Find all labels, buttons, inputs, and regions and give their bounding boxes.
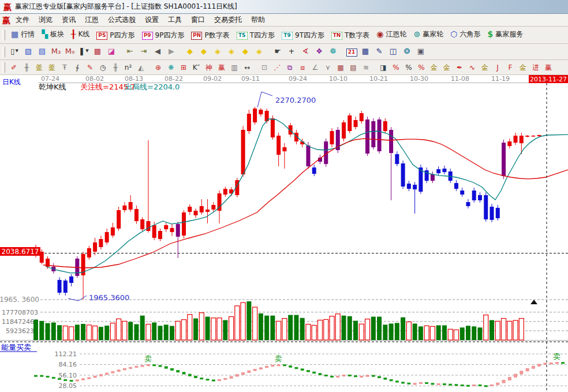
brush-tool[interactable]: ✐ — [8, 62, 20, 73]
single-candle-dropdown[interactable]: ❚▼ — [77, 45, 91, 58]
kline-chart[interactable]: 07-2408-0208-1308-2209-0209-1109-2410-10… — [0, 75, 568, 392]
menu-0[interactable]: 文件 — [11, 14, 34, 25]
percent-tool[interactable]: % — [402, 62, 415, 73]
f-lines-tool[interactable]: Ŧ — [58, 62, 71, 73]
span-arrows-tool[interactable]: ↔ — [241, 62, 253, 73]
gann-lines-tool[interactable]: ╫ — [20, 62, 33, 73]
gann-frame-icon[interactable]: ▩ — [91, 45, 104, 58]
zoom-right-button[interactable]: ◆ — [197, 45, 211, 58]
menu-1[interactable]: 浏览 — [34, 14, 57, 25]
j-angle-tool[interactable]: J — [491, 62, 504, 73]
gold-gate-tool-2[interactable]: 釜 — [46, 62, 58, 73]
grid-target-tool[interactable]: ⊞ — [177, 62, 190, 73]
zigzag-tool[interactable]: ⋎ — [322, 62, 334, 73]
winner-wheel-button[interactable]: ⊚赢家轮 — [410, 28, 447, 40]
angle-lines-tool[interactable]: ∠ — [309, 62, 322, 73]
zoom-left-button[interactable]: ◆ — [183, 45, 197, 58]
menu-9[interactable]: 帮助 — [246, 14, 270, 25]
toolbar-grip[interactable] — [2, 62, 5, 73]
crosshair-target-tool[interactable]: ⊕ — [152, 62, 165, 73]
kline-3-icon[interactable]: M₃ — [49, 45, 63, 58]
ruler-tool[interactable]: ▥ — [228, 62, 241, 73]
t9-square-button[interactable]: T99T四方形 — [278, 29, 328, 42]
gold-line-tool-2[interactable]: 金 — [479, 62, 491, 73]
gold-gate-tool-1[interactable]: 釜 — [33, 62, 46, 73]
ray-fan-tool[interactable]: ⋰ — [271, 62, 283, 73]
pen-candle-tool[interactable]: ✒ — [453, 62, 466, 73]
wave-tool[interactable]: ∿ — [466, 62, 479, 73]
menu-3[interactable]: 江恩 — [80, 14, 103, 25]
hand-tool[interactable]: ☛ — [271, 45, 285, 58]
parallel-tool[interactable]: ≋ — [360, 62, 372, 73]
candle-body — [413, 185, 417, 189]
jin-line-tool[interactable]: 进 — [529, 62, 542, 73]
grid-red-tool[interactable]: ▦ — [334, 62, 347, 73]
memo-icon[interactable]: ✎ — [372, 45, 386, 58]
frame-tool[interactable]: ⊡ — [258, 62, 271, 73]
p-number-table-button[interactable]: PNP数字表 — [188, 29, 233, 42]
gold-line-tool[interactable]: 金 — [440, 62, 453, 73]
t-number-table-button[interactable]: TNT数字表 — [328, 29, 373, 42]
menu-5[interactable]: 设置 — [140, 14, 163, 25]
pencil-tool[interactable]: ✎ — [84, 62, 96, 73]
menu-8[interactable]: 交易委托 — [210, 14, 246, 25]
red-fan-tool[interactable]: ⧈ — [296, 62, 309, 73]
chart-area[interactable]: 07-2408-0208-1308-2209-0209-1109-2410-10… — [0, 75, 568, 392]
menu-4[interactable]: 公式选股 — [103, 14, 140, 25]
gann-lines-tool-2[interactable]: ╫ — [109, 62, 122, 73]
network-icon[interactable]: ❂ — [400, 45, 414, 58]
save-icon[interactable]: ◫ — [386, 45, 400, 58]
purple-fan-tool[interactable]: ⧉ — [283, 62, 296, 73]
p9-square-button[interactable]: P99P四方形 — [139, 29, 188, 42]
k-mark-tool[interactable]: K″ — [190, 62, 203, 73]
expand-h-button[interactable]: ◈ — [211, 45, 225, 58]
prev-button[interactable]: ◀ — [151, 45, 165, 58]
menu-2[interactable]: 资讯 — [57, 14, 80, 25]
p-square-button[interactable]: PSP四方形 — [93, 29, 138, 42]
grid-dark-tool[interactable]: ▤ — [347, 62, 360, 73]
gann-wheel-button[interactable]: ◉江恩轮 — [373, 28, 410, 40]
stats-panel-tool[interactable]: ◨ — [377, 62, 390, 73]
hexagon-button[interactable]: ⬡六角形 — [447, 28, 484, 40]
compress-h-button[interactable]: ◈ — [225, 45, 238, 58]
menu-6[interactable]: 工具 — [163, 14, 186, 25]
pattern-tool[interactable]: ❁ — [326, 45, 340, 58]
fit-screen-button[interactable]: ◈ — [252, 45, 266, 58]
goto-first-button[interactable]: ⇤ — [123, 45, 137, 58]
market-quotes-button[interactable]: ▦行情 — [8, 28, 38, 40]
toolbar-grip[interactable] — [2, 47, 5, 57]
n-squared-tool[interactable]: n² — [122, 62, 134, 73]
sector-button[interactable]: ▚板块 — [38, 28, 68, 40]
star-circle-tool[interactable]: ❋ — [165, 62, 177, 73]
percent-red-tool[interactable]: % — [390, 62, 402, 73]
menu-7[interactable]: 窗口 — [186, 14, 210, 25]
volume-profile-icon[interactable]: ◪ — [104, 45, 118, 58]
gold-coin-tool[interactable]: 金 — [428, 62, 440, 73]
ying-tool[interactable]: 赢 — [215, 62, 228, 73]
gann-ghost-tool[interactable]: ❖ — [312, 45, 326, 58]
toolbar-grip[interactable] — [2, 30, 5, 40]
t-square-button[interactable]: TST四方形 — [233, 29, 278, 42]
kline-style-dropdown[interactable]: ▯▼ — [8, 45, 21, 58]
spiral-tool[interactable]: ∮ — [71, 62, 84, 73]
crosshair-tool[interactable]: + — [285, 45, 298, 58]
f10-info-icon[interactable]: ▤ — [35, 45, 49, 58]
mirror-tool[interactable]: ◭ — [134, 62, 147, 73]
winner-service-button[interactable]: $赢家服务 — [484, 28, 527, 40]
expand-all-button[interactable]: ◆ — [238, 45, 252, 58]
ying-line-tool[interactable]: 赢 — [542, 62, 555, 73]
percent-line-tool[interactable]: % — [415, 62, 428, 73]
calculator-icon[interactable]: ▦ — [358, 45, 372, 58]
kline-button[interactable]: ╂K线 — [68, 28, 93, 40]
time-cycle-tool[interactable]: ◷ — [96, 62, 109, 73]
next-button[interactable]: ▶ — [165, 45, 178, 58]
calendar-21-icon[interactable]: 21 — [345, 46, 358, 59]
shen-tool[interactable]: 神 — [203, 62, 215, 73]
f-angle-tool[interactable]: F — [504, 62, 517, 73]
trend-chart-icon[interactable]: ▧ — [21, 45, 35, 58]
gold-angle-tool[interactable]: 金 — [517, 62, 529, 73]
kline-9-icon[interactable]: M₉ — [63, 45, 77, 58]
angle-tool[interactable]: ∢ — [298, 45, 312, 58]
printer-icon[interactable]: ▣ — [414, 45, 428, 58]
goto-last-button[interactable]: ⇥ — [137, 45, 151, 58]
